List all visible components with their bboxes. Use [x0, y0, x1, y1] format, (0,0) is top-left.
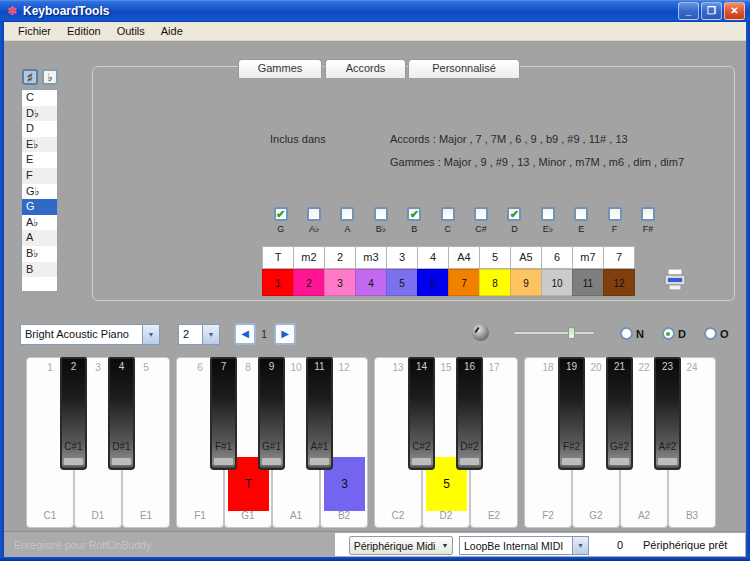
list-item-note-F[interactable]: F — [22, 168, 57, 184]
display-mode-radios: NDO — [620, 327, 728, 340]
checkbox-note-E[interactable] — [574, 207, 588, 221]
interval-name-row: Tm22m334A45A56m77 — [262, 246, 634, 269]
chevron-down-icon[interactable]: ▼ — [142, 325, 159, 344]
volume-knob[interactable] — [472, 324, 489, 341]
slider-thumb[interactable] — [568, 327, 575, 339]
menu-item-edition[interactable]: Edition — [59, 23, 109, 39]
page-number: 1 — [261, 328, 267, 340]
flat-toggle-button[interactable]: ♭ — [42, 69, 58, 85]
checkbox-note-F[interactable] — [608, 207, 622, 221]
menu-item-outils[interactable]: Outils — [109, 23, 153, 39]
black-key-G#1[interactable]: 9G#1 — [258, 357, 285, 470]
checkbox-note-G[interactable]: ✔ — [274, 207, 288, 221]
list-item-note-B[interactable]: B — [22, 262, 57, 278]
checkbox-note-F#[interactable] — [641, 207, 655, 221]
checkbox-note-D[interactable]: ✔ — [507, 207, 521, 221]
midi-device-button[interactable]: Périphérique Midi ▼ — [349, 536, 453, 555]
list-item-note-D[interactable]: D — [22, 121, 57, 137]
next-page-button[interactable]: ▶ — [274, 323, 296, 345]
radio-d[interactable]: D — [662, 327, 686, 340]
black-key-C#1[interactable]: 2C#1 — [60, 357, 87, 470]
printer-icon — [660, 267, 690, 293]
key-number: 9 — [260, 361, 283, 372]
midi-device-select[interactable]: LoopBe Internal MIDI ▼ — [459, 536, 589, 555]
key-number: 16 — [458, 361, 481, 372]
menu-item-aide[interactable]: Aide — [153, 23, 191, 39]
key-name: E1 — [123, 510, 169, 521]
list-item-note-E♭[interactable]: E♭ — [22, 137, 57, 153]
note-check-column: ✔B — [398, 207, 431, 234]
instrument-select[interactable]: Bright Acoustic Piano ▼ — [20, 324, 160, 345]
maximize-button[interactable]: ❐ — [701, 2, 722, 20]
black-key-F#1[interactable]: 7F#1 — [210, 357, 237, 470]
previous-page-button[interactable]: ◀ — [234, 323, 256, 345]
key-name: G2 — [573, 510, 619, 521]
tab-gammes[interactable]: Gammes — [238, 59, 322, 78]
list-item-empty[interactable] — [22, 277, 57, 292]
key-number: 14 — [410, 361, 433, 372]
checkbox-note-C#[interactable] — [474, 207, 488, 221]
black-key-lip — [610, 458, 629, 465]
black-key-F#2[interactable]: 19F#2 — [558, 357, 585, 470]
radio-o[interactable]: O — [704, 327, 729, 340]
radio-n[interactable]: N — [620, 327, 644, 340]
octave-select[interactable]: 2 ▼ — [178, 324, 220, 345]
black-key-G#2[interactable]: 21G#2 — [606, 357, 633, 470]
black-key-lip — [412, 458, 431, 465]
checkbox-note-E♭[interactable] — [541, 207, 555, 221]
chevron-down-icon[interactable]: ▼ — [202, 325, 219, 344]
checkbox-label: E♭ — [543, 224, 553, 234]
minimize-button[interactable]: _ — [678, 2, 699, 20]
registration-text: Enregistré pour RolfOnBuddy — [14, 539, 151, 551]
tab-accords[interactable]: Accords — [325, 59, 406, 78]
chevron-down-icon[interactable]: ▼ — [572, 537, 588, 554]
menu-item-fichier[interactable]: Fichier — [10, 23, 59, 39]
note-check-column: A♭ — [297, 207, 330, 234]
app-window: ✽ KeyboardTools _ ❐ ✕ FichierEditionOuti… — [0, 0, 750, 561]
device-status-text: Périphérique prêt — [643, 539, 727, 551]
checkbox-note-B[interactable]: ✔ — [407, 207, 421, 221]
black-key-C#2[interactable]: 14C#2 — [408, 357, 435, 470]
sharp-toggle-button[interactable]: ♯ — [22, 69, 38, 85]
note-check-column: ✔G — [264, 207, 297, 234]
key-name: A#2 — [656, 441, 679, 452]
tab-personnalisé[interactable]: Personnalisé — [408, 59, 520, 78]
interval-cell: A5 — [510, 246, 542, 269]
print-button[interactable] — [660, 267, 690, 293]
black-key-lip — [310, 458, 329, 465]
key-name: C#2 — [410, 441, 433, 452]
close-button[interactable]: ✕ — [724, 2, 745, 20]
checkbox-label: D — [511, 224, 518, 234]
key-name: A2 — [621, 510, 667, 521]
interval-cell: 5 — [479, 246, 511, 269]
list-item-note-A♭[interactable]: A♭ — [22, 215, 57, 231]
black-key-A#1[interactable]: 11A#1 — [306, 357, 333, 470]
root-note-list[interactable]: CD♭DE♭EFG♭GA♭AB♭B — [21, 89, 58, 292]
list-item-note-G♭[interactable]: G♭ — [22, 184, 57, 200]
interval-cell: 2 — [324, 246, 356, 269]
list-item-note-E[interactable]: E — [22, 152, 57, 168]
interval-cell: A4 — [448, 246, 480, 269]
checkbox-note-A♭[interactable] — [307, 207, 321, 221]
radio-dot — [704, 327, 717, 340]
list-item-note-G[interactable]: G — [22, 199, 57, 215]
checkbox-note-C[interactable] — [441, 207, 455, 221]
radio-label: N — [636, 328, 644, 340]
black-key-D#1[interactable]: 4D#1 — [108, 357, 135, 470]
black-key-A#2[interactable]: 23A#2 — [654, 357, 681, 470]
list-item-note-A[interactable]: A — [22, 230, 57, 246]
list-item-note-B♭[interactable]: B♭ — [22, 246, 57, 262]
checkbox-note-B♭[interactable] — [374, 207, 388, 221]
degree-cell: 2 — [293, 269, 325, 296]
key-name: G1 — [225, 510, 271, 521]
window-title: KeyboardTools — [23, 4, 676, 18]
key-name: C2 — [375, 510, 421, 521]
list-item-note-C[interactable]: C — [22, 90, 57, 106]
title-bar[interactable]: ✽ KeyboardTools _ ❐ ✕ — [0, 0, 750, 22]
degree-cell: 10 — [541, 269, 573, 296]
black-key-D#2[interactable]: 16D#2 — [456, 357, 483, 470]
volume-slider[interactable] — [513, 331, 595, 335]
list-item-note-D♭[interactable]: D♭ — [22, 106, 57, 122]
radio-label: D — [678, 328, 686, 340]
checkbox-note-A[interactable] — [340, 207, 354, 221]
